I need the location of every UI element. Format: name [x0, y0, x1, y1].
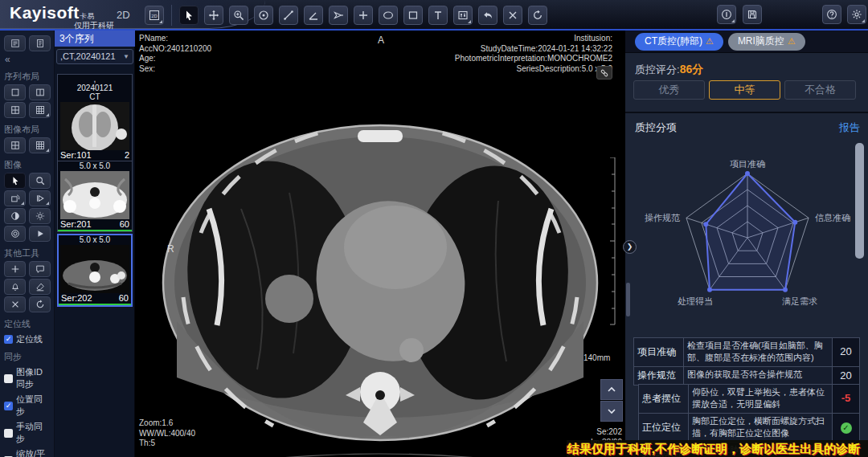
- zoom-in-icon: [233, 10, 244, 21]
- tool-eraser-button[interactable]: [29, 279, 51, 295]
- tool-gear-button[interactable]: [847, 5, 866, 24]
- checkbox-label: 位置同步: [16, 394, 50, 418]
- tool-probe-button[interactable]: [329, 6, 348, 25]
- series-number: Ser:202: [61, 293, 92, 304]
- study-selector-dropdown[interactable]: ,CT,20240121 ▼: [56, 49, 133, 64]
- tool-angle-button[interactable]: [304, 6, 323, 25]
- tool-layout-2x2-button[interactable]: [4, 102, 26, 118]
- image-viewport[interactable]: PName:AccNO:2401210200Age:Sex: A Institu…: [135, 31, 625, 457]
- tool-flip-button[interactable]: [4, 190, 26, 206]
- qc-panel: CT质控(肺部) ⚠ MRI脑质控 ⚠ 质控评分:86分 优秀 中等 不合格 质…: [625, 31, 868, 457]
- tool-magnifier-button[interactable]: [29, 173, 51, 189]
- collapse-sidebar-button[interactable]: «: [5, 54, 16, 65]
- tool-zoom-in-button[interactable]: [229, 6, 248, 25]
- mid-toolbar: [717, 5, 762, 24]
- viewport-scrollbar-thumb[interactable]: [626, 283, 630, 316]
- grade-excellent-button[interactable]: 优秀: [633, 80, 705, 100]
- tool-comment-button[interactable]: [29, 261, 51, 277]
- tab-ct-qc[interactable]: CT质控(肺部) ⚠: [635, 33, 723, 51]
- tool-reset-button[interactable]: [29, 296, 51, 312]
- tool-play-button[interactable]: [29, 226, 51, 242]
- slice-up-button[interactable]: [600, 379, 623, 400]
- series-thumbnail-Ser-201[interactable]: 5.0 x 5.0Ser:20160: [57, 161, 133, 232]
- tool-undo-button[interactable]: [478, 6, 497, 25]
- tool-bell-button[interactable]: [4, 279, 26, 295]
- tool-row: [4, 226, 51, 242]
- checkbox-checked-icon[interactable]: ✓: [4, 335, 13, 344]
- ellipse-icon: [383, 10, 394, 21]
- series-thumbnail-Ser-202[interactable]: 5.0 x 5.0Ser:20260: [57, 234, 133, 307]
- checkbox-图像ID同步[interactable]: 图像ID同步: [4, 366, 50, 390]
- tool-text-button[interactable]: [428, 6, 448, 25]
- cursor-icon: [183, 10, 194, 21]
- eraser-icon: [35, 282, 45, 292]
- checkbox-checked-icon[interactable]: ✓: [4, 402, 13, 410]
- tool-cross-button[interactable]: [4, 261, 26, 277]
- tool-measure-line-button[interactable]: [279, 6, 298, 25]
- grade-fail-button[interactable]: 不合格: [784, 80, 856, 100]
- target-icon: [258, 10, 269, 21]
- checkbox-手动同步[interactable]: 手动同步: [4, 421, 50, 445]
- probe-icon: [333, 10, 344, 21]
- tool-brightness-button[interactable]: [29, 208, 51, 224]
- checkbox-定位线[interactable]: ✓定位线: [4, 333, 50, 345]
- expand-panel-handle[interactable]: ❯: [623, 240, 637, 254]
- tool-cine-button[interactable]: [29, 190, 51, 206]
- grade-medium-button[interactable]: 中等: [709, 80, 780, 100]
- thumbnail-image: [60, 245, 129, 293]
- layout-2x2-icon: [10, 105, 20, 115]
- tool-reset-button[interactable]: [528, 6, 547, 25]
- tool-contrast-button[interactable]: [4, 208, 26, 224]
- checkbox-缩放/平移[interactable]: 缩放/平移: [4, 448, 50, 457]
- tool-cursor-button[interactable]: [4, 173, 26, 189]
- reset-icon: [532, 10, 543, 21]
- tool-help-button[interactable]: [822, 5, 841, 24]
- top-bar: Kayisoft卡易 仅用于科研 2D 2D: [0, 0, 868, 31]
- tool-ellipse-button[interactable]: [379, 6, 398, 25]
- tool-report-button[interactable]: [29, 35, 51, 51]
- tool-row: [4, 137, 51, 153]
- tool-layout-1x1-button[interactable]: [4, 84, 26, 100]
- warning-icon: ⚠: [788, 36, 796, 47]
- tab-mri-qc[interactable]: MRI脑质控 ⚠: [728, 33, 805, 51]
- checkbox-unchecked-icon[interactable]: [4, 374, 13, 383]
- qc-detail-desc: 仰卧位，双臂上举抱头，患者体位摆放合适，无明显偏斜: [689, 385, 833, 414]
- tool-layout-1x2-button[interactable]: [29, 84, 51, 100]
- orientation-marker-top: A: [378, 35, 384, 46]
- checkbox-unchecked-icon[interactable]: [4, 429, 13, 438]
- checkbox-位置同步[interactable]: ✓位置同步: [4, 394, 50, 418]
- tool-target-button[interactable]: [254, 6, 273, 25]
- image-count: 2: [125, 150, 129, 161]
- tool-pan-button[interactable]: [204, 6, 223, 25]
- tool-layout-3x3-button[interactable]: [29, 102, 51, 118]
- tool-wl-presets-button[interactable]: [453, 6, 473, 25]
- tool-rect-button[interactable]: [403, 6, 423, 25]
- qc-item-desc: 检查项目是否准确(项目如脑部、胸部、腹部是否在标准的范围内容): [684, 338, 833, 367]
- tool-close-button[interactable]: [4, 296, 26, 312]
- tool-spiral-button[interactable]: [4, 226, 26, 242]
- tool-cross-button[interactable]: [354, 6, 373, 25]
- warning-icon: ⚠: [706, 36, 714, 47]
- patient-info-overlay: PName:AccNO:2401210200Age:Sex:: [139, 34, 211, 74]
- tool-series-list-button[interactable]: [4, 35, 26, 51]
- panel-scrollbar-thumb[interactable]: [855, 143, 864, 259]
- tool-close-button[interactable]: [503, 6, 522, 25]
- slice-down-button[interactable]: [600, 401, 623, 422]
- ruler-label: 140mm: [583, 353, 610, 364]
- series-thumbnail-Ser-101[interactable]: ,20240121CTSer:1012: [57, 74, 133, 163]
- play-icon: [35, 229, 45, 239]
- tool-save-button[interactable]: [743, 5, 762, 24]
- info-icon: [721, 9, 732, 20]
- ct-axial-image: [153, 112, 608, 457]
- layout-3x3-icon: [35, 141, 45, 150]
- contrast-icon: [10, 211, 20, 221]
- report-link[interactable]: 报告: [839, 120, 860, 135]
- tool-layout-2x2-button[interactable]: [4, 137, 26, 153]
- tool-layout-3x3-button[interactable]: [29, 137, 51, 153]
- zoom-wwwl-overlay: Zoom:1.6WW/WL:400/40Th:5: [139, 418, 195, 449]
- tool-layout-2d-button[interactable]: 2D: [145, 6, 164, 25]
- qc-detail-desc: 胸部正位定位，横断面螺旋方式扫描，有胸部正位定位图像: [689, 413, 833, 442]
- tool-info-button[interactable]: [717, 5, 736, 24]
- tool-cursor-button[interactable]: [179, 6, 199, 25]
- link-series-button[interactable]: [596, 66, 612, 80]
